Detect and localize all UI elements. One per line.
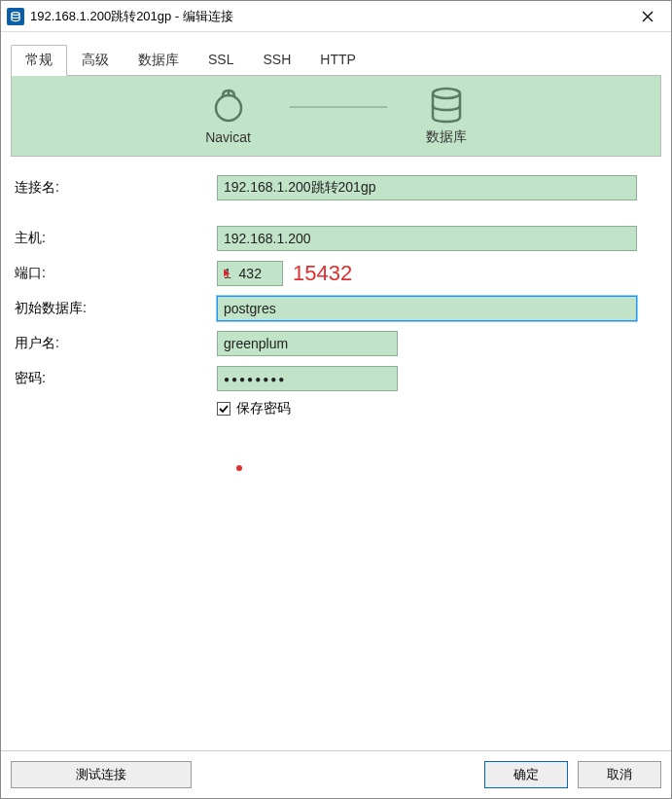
svg-point-3 — [216, 95, 241, 121]
host-input[interactable] — [217, 226, 637, 251]
username-label: 用户名: — [13, 335, 217, 352]
initial-db-label: 初始数据库: — [13, 300, 217, 317]
database-icon — [429, 86, 464, 125]
connection-name-input[interactable] — [217, 175, 637, 200]
banner-navicat-label: Navicat — [205, 129, 251, 145]
save-password-checkbox[interactable] — [217, 402, 230, 416]
username-input[interactable] — [217, 331, 398, 356]
ok-button[interactable]: 确定 — [484, 761, 568, 788]
check-icon — [218, 403, 230, 415]
banner-connector-line — [290, 106, 387, 108]
connection-banner: Navicat 数据库 — [11, 75, 661, 157]
connection-form: 连接名: 主机: 端口: 15432 初始数据库: — [11, 174, 661, 418]
banner-navicat: Navicat — [205, 87, 251, 145]
tab-http[interactable]: HTTP — [305, 45, 371, 76]
svg-point-0 — [12, 12, 19, 15]
banner-database: 数据库 — [426, 86, 467, 146]
navicat-icon — [209, 87, 248, 126]
test-connection-button[interactable]: 测试连接 — [11, 761, 192, 788]
tab-ssl[interactable]: SSL — [194, 45, 248, 76]
password-label: 密码: — [13, 370, 217, 387]
cursor-pointer-icon — [223, 268, 232, 279]
banner-database-label: 数据库 — [426, 128, 467, 146]
initial-db-input[interactable] — [217, 296, 637, 321]
tab-ssh[interactable]: SSH — [248, 45, 305, 76]
edit-connection-dialog: 192.168.1.200跳转201gp - 编辑连接 常规 高级 数据库 SS… — [0, 0, 672, 799]
port-annotation: 15432 — [293, 261, 352, 286]
titlebar: 192.168.1.200跳转201gp - 编辑连接 — [1, 1, 671, 32]
close-icon — [642, 11, 654, 22]
host-label: 主机: — [13, 230, 217, 247]
dialog-footer: 测试连接 确定 取消 — [1, 750, 671, 798]
save-password-label: 保存密码 — [236, 400, 291, 418]
app-icon — [7, 8, 24, 25]
red-dot-annotation — [236, 465, 242, 471]
connection-name-label: 连接名: — [13, 179, 217, 197]
content-area: 常规 高级 数据库 SSL SSH HTTP Navicat — [1, 32, 671, 750]
port-label: 端口: — [13, 265, 217, 282]
window-title: 192.168.1.200跳转201gp - 编辑连接 — [30, 8, 626, 25]
tab-bar: 常规 高级 数据库 SSL SSH HTTP — [11, 44, 661, 75]
password-input[interactable]: ●●●●●●●● — [217, 366, 398, 391]
close-button[interactable] — [626, 2, 669, 31]
cancel-button[interactable]: 取消 — [578, 761, 661, 788]
tab-advanced[interactable]: 高级 — [67, 45, 124, 76]
tab-database[interactable]: 数据库 — [124, 45, 194, 76]
tab-general[interactable]: 常规 — [11, 45, 67, 76]
svg-point-4 — [433, 89, 460, 98]
